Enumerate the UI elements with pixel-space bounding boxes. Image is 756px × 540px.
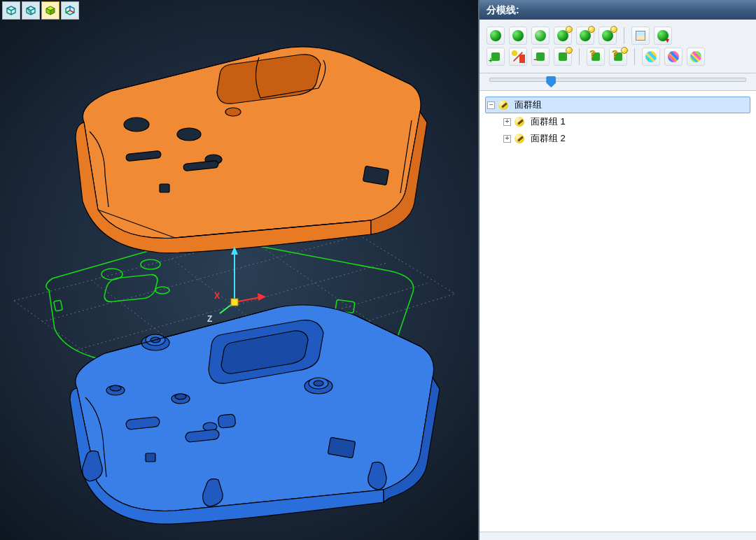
axis-gizmo: X Z (207, 246, 266, 324)
sphere-green-smile-1-button[interactable] (554, 27, 572, 45)
svg-rect-31 (146, 453, 155, 462)
view-toolbar (0, 0, 81, 21)
sphere-green-smile-3-button[interactable] (598, 27, 617, 45)
tree-child-2-row[interactable]: + 面群组 2 (485, 130, 750, 147)
svg-point-5 (155, 287, 169, 294)
tree-root-label: 面群组 (512, 99, 542, 111)
question-cube-1-button[interactable]: ? (587, 48, 605, 66)
panel-body: ▼ + − ? ? (479, 20, 756, 540)
panel-toolbar-row-2: + − ? ? (486, 48, 749, 66)
sphere-green-2-button[interactable] (509, 27, 527, 45)
toolbar-separator-2 (579, 48, 580, 65)
svg-point-12 (225, 108, 241, 116)
view-cube-shaded-button[interactable] (41, 1, 59, 20)
panel-toolbar: ▼ + − ? ? (479, 20, 756, 73)
threshold-slider (479, 73, 756, 91)
viewport-3d[interactable]: X Z (0, 0, 478, 540)
svg-point-24 (110, 385, 121, 391)
stripes-sphere-2-button[interactable] (664, 48, 682, 66)
svg-point-9 (124, 118, 149, 132)
sphere-green-down-button[interactable]: ▼ (654, 27, 672, 45)
smile-green-cube-button[interactable] (554, 48, 572, 66)
panel-title: 分模线: (479, 0, 756, 20)
sphere-green-smile-2-button[interactable] (576, 27, 594, 45)
panel-footer (479, 532, 756, 540)
wrench-icon (514, 133, 525, 144)
stripes-sphere-3-button[interactable] (687, 48, 705, 66)
toolbar-separator-3 (634, 48, 635, 65)
svg-line-2 (66, 10, 70, 13)
svg-rect-8 (54, 300, 63, 311)
scene-canvas: X Z (0, 0, 478, 540)
view-cube-wire-1-button[interactable] (2, 1, 20, 20)
tree-expand-child-2-button[interactable]: + (503, 135, 511, 143)
tree-root-row[interactable]: − 面群组 (485, 97, 750, 113)
slash-red-dot-button[interactable] (509, 48, 527, 66)
face-group-tree: − 面群组 + 面群组 1 + 面群组 2 (479, 91, 756, 532)
wrench-icon (498, 99, 509, 111)
model-bottom-part (70, 305, 440, 524)
plus-green-cube-button[interactable]: + (486, 48, 505, 66)
view-cube-wire-2-button[interactable] (22, 1, 40, 20)
sphere-green-1-button[interactable] (486, 27, 505, 45)
tree-collapse-root-button[interactable]: − (487, 101, 495, 109)
svg-rect-6 (103, 273, 160, 302)
view-cube-axis-button[interactable] (61, 1, 79, 20)
question-cube-2-button[interactable]: ? (609, 48, 627, 66)
tree-child-1-label: 面群组 1 (528, 115, 566, 128)
side-panel: 分模线: ▼ + − (478, 0, 756, 540)
slider-track[interactable] (489, 78, 746, 82)
minus-green-cube-button[interactable]: − (531, 48, 550, 66)
svg-line-1 (70, 10, 74, 13)
svg-rect-15 (160, 184, 169, 192)
svg-line-35 (234, 297, 260, 302)
sphere-green-lines-button[interactable] (531, 27, 550, 45)
stripes-sphere-1-button[interactable] (642, 48, 660, 66)
svg-rect-30 (218, 414, 236, 428)
svg-point-26 (175, 394, 186, 399)
svg-marker-36 (258, 293, 266, 301)
axis-x-label: X (214, 291, 220, 301)
model-top-part (76, 47, 427, 253)
workspace: X Z 分模线: ▼ + (0, 0, 756, 540)
svg-rect-38 (231, 299, 238, 306)
tree-expand-child-1-button[interactable]: + (503, 118, 511, 126)
slider-thumb[interactable] (546, 76, 556, 87)
panel-toolbar-row-1: ▼ (486, 27, 749, 45)
wrench-icon (514, 116, 525, 127)
svg-point-4 (141, 260, 160, 269)
split-doc-button[interactable] (631, 27, 650, 45)
axis-z-label: Z (207, 314, 212, 324)
toolbar-separator (624, 27, 624, 44)
tree-child-1-row[interactable]: + 面群组 1 (485, 113, 750, 130)
svg-point-22 (314, 381, 323, 386)
svg-point-10 (177, 128, 201, 141)
tree-child-2-label: 面群组 2 (528, 132, 566, 145)
